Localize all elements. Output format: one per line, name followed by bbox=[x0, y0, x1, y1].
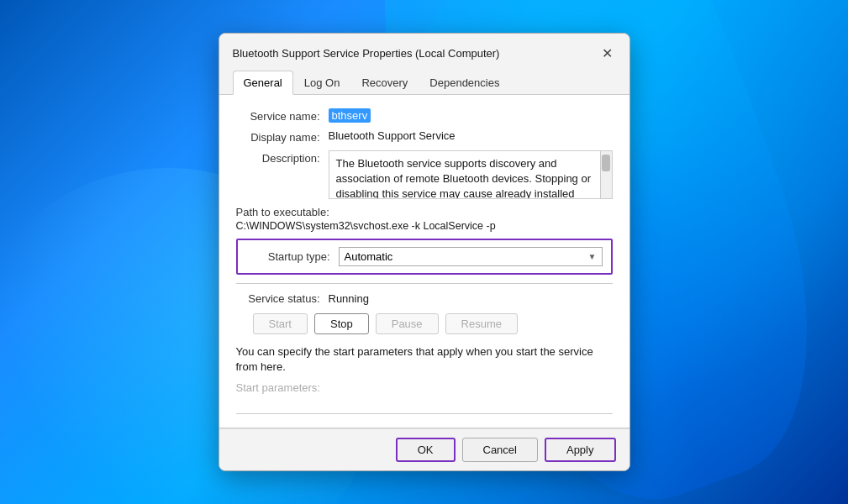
start-button[interactable]: Start bbox=[253, 313, 308, 334]
service-name-row: Service name: bthserv bbox=[236, 108, 613, 123]
startup-type-row: Startup type: Automatic ▼ bbox=[236, 239, 613, 275]
params-input[interactable] bbox=[236, 397, 613, 414]
scrollbar-thumb bbox=[602, 155, 610, 171]
tab-general[interactable]: General bbox=[233, 71, 293, 95]
service-status-label: Service status: bbox=[236, 292, 329, 305]
service-control-buttons: Start Stop Pause Resume bbox=[236, 313, 613, 334]
service-name-label: Service name: bbox=[236, 108, 329, 123]
startup-type-select[interactable]: Automatic ▼ bbox=[339, 247, 603, 266]
service-status-value: Running bbox=[329, 292, 369, 305]
startup-type-selected-value: Automatic bbox=[345, 250, 393, 263]
path-section: Path to executable: C:\WINDOWS\system32\… bbox=[236, 206, 613, 232]
stop-button[interactable]: Stop bbox=[314, 313, 369, 334]
display-name-value: Bluetooth Support Service bbox=[329, 129, 613, 142]
service-status-row: Service status: Running bbox=[236, 292, 613, 305]
path-label: Path to executable: bbox=[236, 206, 613, 218]
display-name-label: Display name: bbox=[236, 129, 329, 144]
dialog-footer: OK Cancel Apply bbox=[219, 428, 629, 470]
tab-content: Service name: bthserv Display name: Blue… bbox=[219, 95, 629, 428]
description-text: The Bluetooth service supports discovery… bbox=[336, 157, 592, 199]
service-name-text: bthserv bbox=[329, 108, 371, 123]
params-label: Start parameters: bbox=[236, 381, 613, 394]
path-value: C:\WINDOWS\system32\svchost.exe -k Local… bbox=[236, 220, 613, 232]
cancel-button[interactable]: Cancel bbox=[462, 438, 538, 462]
close-button[interactable]: ✕ bbox=[596, 42, 619, 66]
dialog-overlay: Bluetooth Support Service Properties (Lo… bbox=[0, 0, 848, 504]
apply-button[interactable]: Apply bbox=[545, 438, 616, 462]
description-label: Description: bbox=[236, 150, 329, 165]
startup-type-label: Startup type: bbox=[246, 250, 339, 263]
description-row: Description: The Bluetooth service suppo… bbox=[236, 150, 613, 199]
ok-button[interactable]: OK bbox=[396, 438, 456, 462]
divider bbox=[236, 283, 613, 284]
info-text: You can specify the start parameters tha… bbox=[236, 344, 613, 381]
tab-dependencies[interactable]: Dependencies bbox=[419, 71, 510, 95]
chevron-down-icon: ▼ bbox=[588, 252, 597, 261]
display-name-row: Display name: Bluetooth Support Service bbox=[236, 129, 613, 144]
properties-dialog: Bluetooth Support Service Properties (Lo… bbox=[219, 33, 630, 471]
tab-recovery[interactable]: Recovery bbox=[350, 71, 419, 95]
tabs-bar: General Log On Recovery Dependencies bbox=[219, 71, 629, 95]
service-name-value: bthserv bbox=[329, 108, 613, 123]
description-box[interactable]: The Bluetooth service supports discovery… bbox=[329, 150, 613, 199]
dialog-title: Bluetooth Support Service Properties (Lo… bbox=[233, 47, 500, 60]
description-scrollbar[interactable] bbox=[600, 151, 612, 198]
start-params-section: Start parameters: bbox=[236, 381, 613, 414]
tab-logon[interactable]: Log On bbox=[293, 71, 351, 95]
titlebar: Bluetooth Support Service Properties (Lo… bbox=[219, 34, 629, 71]
pause-button[interactable]: Pause bbox=[376, 313, 439, 334]
resume-button[interactable]: Resume bbox=[445, 313, 518, 334]
